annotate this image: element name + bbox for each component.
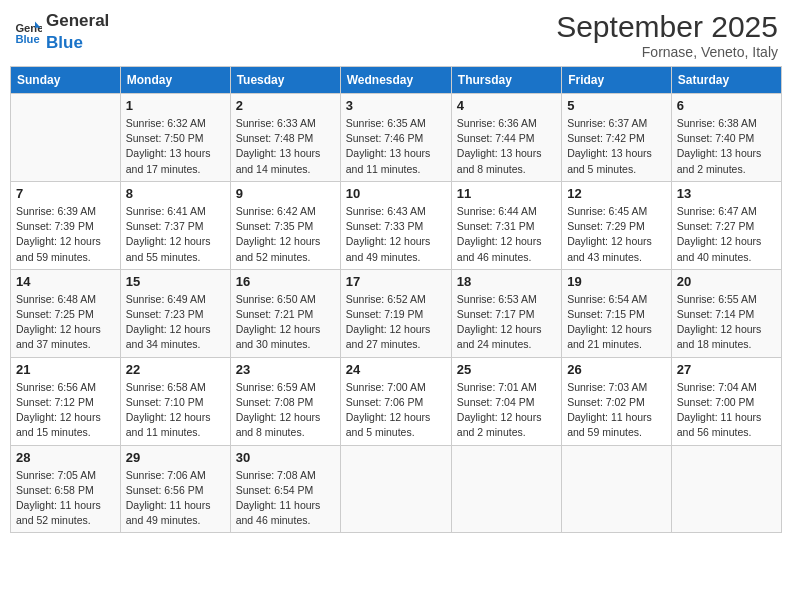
day-info: Sunrise: 6:50 AMSunset: 7:21 PMDaylight:… [236,292,335,353]
calendar-cell: 1Sunrise: 6:32 AMSunset: 7:50 PMDaylight… [120,94,230,182]
day-number: 27 [677,362,776,377]
day-info: Sunrise: 6:56 AMSunset: 7:12 PMDaylight:… [16,380,115,441]
calendar-table: SundayMondayTuesdayWednesdayThursdayFrid… [10,66,782,533]
calendar-cell: 23Sunrise: 6:59 AMSunset: 7:08 PMDayligh… [230,357,340,445]
svg-text:Gene: Gene [15,22,42,34]
calendar-cell: 11Sunrise: 6:44 AMSunset: 7:31 PMDayligh… [451,181,561,269]
day-info: Sunrise: 6:32 AMSunset: 7:50 PMDaylight:… [126,116,225,177]
day-info: Sunrise: 6:41 AMSunset: 7:37 PMDaylight:… [126,204,225,265]
day-info: Sunrise: 7:06 AMSunset: 6:56 PMDaylight:… [126,468,225,529]
calendar-cell: 15Sunrise: 6:49 AMSunset: 7:23 PMDayligh… [120,269,230,357]
day-number: 25 [457,362,556,377]
day-info: Sunrise: 6:54 AMSunset: 7:15 PMDaylight:… [567,292,666,353]
day-info: Sunrise: 7:00 AMSunset: 7:06 PMDaylight:… [346,380,446,441]
calendar-week-1: 1Sunrise: 6:32 AMSunset: 7:50 PMDaylight… [11,94,782,182]
day-number: 7 [16,186,115,201]
day-number: 3 [346,98,446,113]
day-number: 29 [126,450,225,465]
weekday-sunday: Sunday [11,67,121,94]
day-info: Sunrise: 6:43 AMSunset: 7:33 PMDaylight:… [346,204,446,265]
day-number: 19 [567,274,666,289]
day-info: Sunrise: 6:58 AMSunset: 7:10 PMDaylight:… [126,380,225,441]
calendar-cell [451,445,561,533]
logo: Gene Blue General Blue [14,10,109,54]
day-info: Sunrise: 6:33 AMSunset: 7:48 PMDaylight:… [236,116,335,177]
calendar-cell: 22Sunrise: 6:58 AMSunset: 7:10 PMDayligh… [120,357,230,445]
day-number: 22 [126,362,225,377]
calendar-cell: 25Sunrise: 7:01 AMSunset: 7:04 PMDayligh… [451,357,561,445]
weekday-monday: Monday [120,67,230,94]
day-info: Sunrise: 6:37 AMSunset: 7:42 PMDaylight:… [567,116,666,177]
calendar-cell: 17Sunrise: 6:52 AMSunset: 7:19 PMDayligh… [340,269,451,357]
day-info: Sunrise: 6:42 AMSunset: 7:35 PMDaylight:… [236,204,335,265]
day-number: 23 [236,362,335,377]
calendar-cell: 20Sunrise: 6:55 AMSunset: 7:14 PMDayligh… [671,269,781,357]
calendar-cell: 19Sunrise: 6:54 AMSunset: 7:15 PMDayligh… [562,269,672,357]
day-info: Sunrise: 6:48 AMSunset: 7:25 PMDaylight:… [16,292,115,353]
day-info: Sunrise: 6:59 AMSunset: 7:08 PMDaylight:… [236,380,335,441]
calendar-cell: 13Sunrise: 6:47 AMSunset: 7:27 PMDayligh… [671,181,781,269]
calendar-week-2: 7Sunrise: 6:39 AMSunset: 7:39 PMDaylight… [11,181,782,269]
day-number: 2 [236,98,335,113]
day-number: 16 [236,274,335,289]
svg-text:Blue: Blue [15,33,39,45]
day-number: 12 [567,186,666,201]
calendar-cell: 21Sunrise: 6:56 AMSunset: 7:12 PMDayligh… [11,357,121,445]
day-number: 13 [677,186,776,201]
calendar-cell: 4Sunrise: 6:36 AMSunset: 7:44 PMDaylight… [451,94,561,182]
calendar-cell: 12Sunrise: 6:45 AMSunset: 7:29 PMDayligh… [562,181,672,269]
day-info: Sunrise: 7:03 AMSunset: 7:02 PMDaylight:… [567,380,666,441]
weekday-header-row: SundayMondayTuesdayWednesdayThursdayFrid… [11,67,782,94]
day-number: 8 [126,186,225,201]
calendar-week-3: 14Sunrise: 6:48 AMSunset: 7:25 PMDayligh… [11,269,782,357]
day-info: Sunrise: 7:08 AMSunset: 6:54 PMDaylight:… [236,468,335,529]
day-number: 14 [16,274,115,289]
page-header: Gene Blue General Blue September 2025 Fo… [10,10,782,60]
calendar-cell: 14Sunrise: 6:48 AMSunset: 7:25 PMDayligh… [11,269,121,357]
day-info: Sunrise: 6:53 AMSunset: 7:17 PMDaylight:… [457,292,556,353]
calendar-cell: 5Sunrise: 6:37 AMSunset: 7:42 PMDaylight… [562,94,672,182]
day-number: 15 [126,274,225,289]
calendar-cell [671,445,781,533]
day-number: 11 [457,186,556,201]
calendar-week-4: 21Sunrise: 6:56 AMSunset: 7:12 PMDayligh… [11,357,782,445]
day-number: 1 [126,98,225,113]
calendar-cell: 8Sunrise: 6:41 AMSunset: 7:37 PMDaylight… [120,181,230,269]
location-title: Fornase, Veneto, Italy [556,44,778,60]
day-number: 30 [236,450,335,465]
calendar-cell: 7Sunrise: 6:39 AMSunset: 7:39 PMDaylight… [11,181,121,269]
weekday-thursday: Thursday [451,67,561,94]
title-block: September 2025 Fornase, Veneto, Italy [556,10,778,60]
day-info: Sunrise: 6:39 AMSunset: 7:39 PMDaylight:… [16,204,115,265]
calendar-cell: 3Sunrise: 6:35 AMSunset: 7:46 PMDaylight… [340,94,451,182]
day-info: Sunrise: 7:01 AMSunset: 7:04 PMDaylight:… [457,380,556,441]
month-title: September 2025 [556,10,778,44]
calendar-cell [340,445,451,533]
day-info: Sunrise: 6:45 AMSunset: 7:29 PMDaylight:… [567,204,666,265]
day-number: 24 [346,362,446,377]
day-info: Sunrise: 6:49 AMSunset: 7:23 PMDaylight:… [126,292,225,353]
day-info: Sunrise: 6:52 AMSunset: 7:19 PMDaylight:… [346,292,446,353]
day-number: 28 [16,450,115,465]
day-number: 20 [677,274,776,289]
calendar-cell: 2Sunrise: 6:33 AMSunset: 7:48 PMDaylight… [230,94,340,182]
calendar-cell: 6Sunrise: 6:38 AMSunset: 7:40 PMDaylight… [671,94,781,182]
calendar-cell [11,94,121,182]
day-number: 26 [567,362,666,377]
day-number: 18 [457,274,556,289]
calendar-cell: 18Sunrise: 6:53 AMSunset: 7:17 PMDayligh… [451,269,561,357]
day-number: 5 [567,98,666,113]
day-number: 6 [677,98,776,113]
weekday-tuesday: Tuesday [230,67,340,94]
calendar-cell [562,445,672,533]
day-info: Sunrise: 6:47 AMSunset: 7:27 PMDaylight:… [677,204,776,265]
day-number: 21 [16,362,115,377]
logo-general: General [46,10,109,32]
calendar-cell: 9Sunrise: 6:42 AMSunset: 7:35 PMDaylight… [230,181,340,269]
weekday-friday: Friday [562,67,672,94]
day-number: 9 [236,186,335,201]
day-number: 4 [457,98,556,113]
weekday-saturday: Saturday [671,67,781,94]
day-number: 10 [346,186,446,201]
calendar-cell: 29Sunrise: 7:06 AMSunset: 6:56 PMDayligh… [120,445,230,533]
